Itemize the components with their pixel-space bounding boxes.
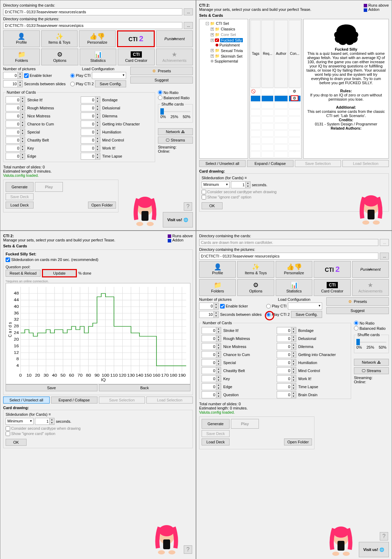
slidedur-spin[interactable]: ▲▼ [231,181,251,188]
pics-path-input[interactable] [199,253,378,260]
ok-button[interactable]: OK [6,439,27,446]
card-count-spin[interactable]: ▲▼ [277,383,296,390]
play-button[interactable]: Play [231,419,259,429]
play-button[interactable]: Play [35,182,63,192]
card-count-spin[interactable]: ▲▼ [6,112,25,119]
card-count-spin[interactable]: ▲▼ [202,391,221,398]
card-count-spin[interactable]: ▲▼ [81,129,100,136]
card-count-spin[interactable]: ▲▼ [6,121,25,128]
shuffle-slider[interactable] [356,339,386,345]
pics-browse-button[interactable]: ... [184,22,193,29]
visit-us-button[interactable]: Visit us!🌐 [359,542,389,557]
pics-browse-button[interactable]: ... [380,253,389,260]
load-selection-button[interactable]: Load Selection [146,397,193,404]
card-count-spin[interactable]: ▲▼ [81,153,100,160]
suggest-button[interactable]: Suggest [130,77,193,84]
card-count-spin[interactable]: ▲▼ [202,359,221,366]
load-deck-button[interactable]: Load Deck [202,438,230,445]
items-toys-button[interactable]: ✨Items & Toys [237,261,274,278]
network-button[interactable]: Network 🖧 [158,128,193,135]
card-count-spin[interactable]: ▲▼ [6,145,25,152]
options-button[interactable]: ⚙Options [237,279,274,296]
card-count-spin[interactable]: ▲▼ [202,375,221,382]
load-deck-button[interactable]: Load Deck [6,202,34,209]
card-count-spin[interactable]: ▲▼ [277,367,296,374]
card-count-spin[interactable]: ▲▼ [6,96,25,103]
expand-collapse-button[interactable]: Expand / Collapse [51,397,97,404]
save-config-button[interactable]: Save Config. [95,80,126,87]
card-count-spin[interactable]: ▲▼ [81,104,100,111]
play-cti-radio[interactable]: Play CTI [70,73,90,78]
card-count-spin[interactable]: ▲▼ [277,335,296,342]
card-count-spin[interactable]: ▲▼ [6,137,25,144]
statistics-button[interactable]: 📊Statistics [80,49,116,65]
card-count-spin[interactable]: ▲▼ [81,137,100,144]
card-count-spin[interactable]: ▲▼ [81,121,100,128]
profile-button[interactable]: 👤Profile [3,30,40,47]
enable-ticker-check[interactable]: Enable ticker [24,73,52,78]
card-count-spin[interactable]: ▲▼ [81,112,100,119]
help-button[interactable]: ? [184,545,192,554]
show-ignore-check[interactable]: Show "ignore card" option [202,195,251,199]
load-selection-button[interactable]: Load Selection [342,160,389,167]
network-button[interactable]: Network 🖧 [354,359,389,366]
achievements-button[interactable]: ★Achievements [156,49,193,65]
card-count-spin[interactable]: ▲▼ [202,367,221,374]
select-unselect-button[interactable]: Select / Unselect all [3,397,50,404]
save-selection-button[interactable]: Save Selection [99,397,145,404]
folders-button[interactable]: 📁Folders [199,279,236,296]
card-count-spin[interactable]: ▲▼ [6,129,25,136]
cti2-button[interactable]: CTI 2 [314,261,350,278]
num-pics-spin[interactable]: ▲▼ [199,303,219,310]
slidedur-spin[interactable]: ▲▼ [35,418,55,425]
card-count-spin[interactable]: ▲▼ [6,153,25,160]
config-combo[interactable] [92,72,126,79]
open-folder-button[interactable]: Open Folder [284,438,312,445]
card-count-spin[interactable]: ▲▼ [202,327,221,334]
cti2-button[interactable]: CTI 2 [117,30,155,47]
suggest-button[interactable]: Suggest [326,307,389,314]
balanced-ratio-radio[interactable]: Balanced Ratio [158,95,190,100]
save-deck-button[interactable]: Save Deck [6,193,34,200]
card-count-spin[interactable]: ▲▼ [202,335,221,342]
config-combo[interactable] [288,303,322,310]
card-creator-button[interactable]: CTICard Creator [118,49,154,65]
card-count-spin[interactable]: ▲▼ [6,104,25,111]
streams-button[interactable]: 🖵 Streams [354,367,389,374]
card-count-spin[interactable]: ▲▼ [277,351,296,358]
card-creator-button[interactable]: CTICard Creator [314,279,350,296]
help-button[interactable]: ? [380,532,388,540]
presets-button[interactable]: ⚙Presets [326,297,389,306]
card-count-spin[interactable]: ▲▼ [277,343,296,350]
card-count-spin[interactable]: ▲▼ [277,327,296,334]
achievements-button[interactable]: ★Achievements [352,279,389,296]
consider-check[interactable]: Consider second cardtype when drawing [202,190,277,194]
save-deck-button[interactable]: Save Deck [202,430,230,437]
card-table[interactable]: TagsReq...AuthorCon... 🚫⚙ ⚙ [249,19,302,159]
card-count-spin[interactable]: ▲▼ [277,391,296,398]
open-folder-button[interactable]: Open Folder [88,202,116,209]
card-count-spin[interactable]: ▲▼ [277,375,296,382]
pics-path-input[interactable] [3,22,182,29]
streams-button[interactable]: 🖵 Streams [158,137,193,144]
cards-browse-button[interactable]: ... [184,8,193,15]
play-cti2-radio[interactable]: Play CTI 2 [266,312,290,317]
presets-button[interactable]: ⚙Presets [130,67,193,75]
card-count-spin[interactable]: ▲▼ [81,145,100,152]
items-toys-button[interactable]: ✨Items & Toys [41,30,78,47]
play-cti2-radio[interactable]: Play CTI 2 [70,82,94,86]
balanced-ratio-radio[interactable]: Balanced Ratio [354,326,386,331]
profile-button[interactable]: 👤Profile [199,261,236,278]
save-config-button[interactable]: Save Config. [291,311,322,318]
play-cti-radio[interactable]: Play CTI [266,304,286,308]
update-button[interactable]: Update [42,269,77,277]
enable-ticker-check[interactable]: Enable ticker [220,304,248,308]
statistics-button[interactable]: 📊Statistics [276,279,312,296]
generate-button[interactable]: Generate [202,419,230,429]
secs-spin[interactable]: ▲▼ [199,311,219,318]
options-button[interactable]: ⚙Options [41,49,78,65]
set-tree[interactable]: -📁CTI Set+📁Classics+📁Core Set+✔Fucked Si… [199,19,248,159]
card-count-spin[interactable]: ▲▼ [81,96,100,103]
secs-spin[interactable]: ▲▼ [3,80,23,87]
slidedur-rec-check[interactable]: Slideduration on cards min 20 sec. (reco… [6,257,98,262]
